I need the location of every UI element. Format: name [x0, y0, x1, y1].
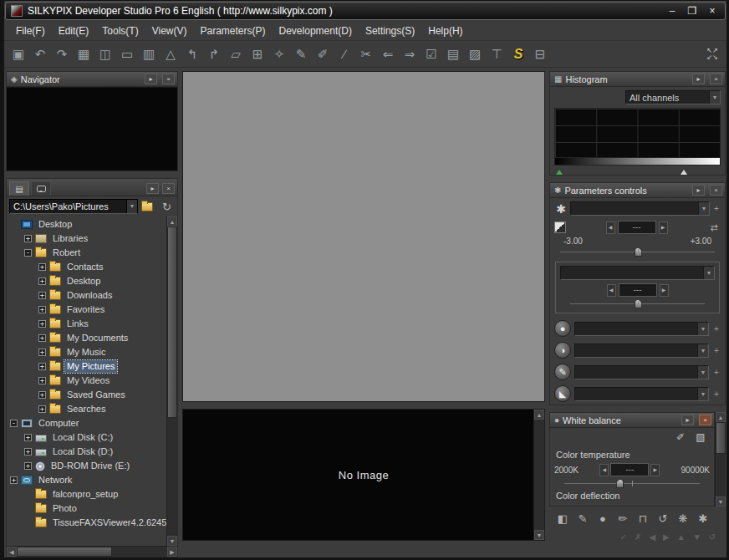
tree-item-desktop[interactable]: Desktop [7, 217, 166, 232]
tree-item-local-disk-d-[interactable]: +Local Disk (D:) [7, 445, 166, 459]
expand-icon[interactable]: + [24, 462, 32, 470]
tree-item-computer[interactable]: -Computer [7, 416, 166, 430]
redo-icon[interactable]: ↷ [51, 44, 73, 64]
expand-icon[interactable]: + [38, 405, 46, 413]
title-bar[interactable]: SILKYPIX Developer Studio Pro 6 English … [5, 2, 726, 20]
scroll-up-icon[interactable]: ▲ [716, 412, 726, 422]
undo-icon[interactable]: ↶ [29, 44, 51, 64]
expand-icon[interactable]: + [38, 292, 46, 299]
expand-icon[interactable]: + [24, 235, 32, 242]
tree-item-my-music[interactable]: +My Music [7, 345, 166, 359]
brush-tool-icon[interactable]: ∕ [334, 44, 355, 64]
white-balance-adjust-add-icon[interactable]: + [712, 324, 721, 333]
taste-dropdown[interactable]: ▼ [570, 201, 710, 216]
exposure-tool-icon[interactable]: ✎ [290, 44, 312, 64]
group-increase-icon[interactable]: ▶ [660, 284, 669, 297]
tree-item-libraries[interactable]: +Libraries [7, 232, 166, 246]
expand-icon[interactable]: + [38, 277, 46, 285]
menu-item-settings[interactable]: Settings(S) [359, 23, 421, 39]
spotting-icon[interactable]: ✏ [614, 512, 631, 527]
previous-image-icon[interactable]: ⇐ [377, 44, 399, 64]
tree-hscrollbar[interactable]: ◀ ▶ [7, 546, 177, 557]
sharpness-adjust-icon[interactable]: ✎ [554, 364, 571, 380]
develop-dialog-icon[interactable]: ⊟ [529, 44, 551, 64]
comment-tab[interactable] [31, 181, 51, 196]
menu-item-file[interactable]: File(F) [9, 23, 52, 39]
contrast-adjust-preset-dropdown[interactable]: ▼ [574, 344, 709, 358]
scroll-track[interactable] [112, 547, 167, 557]
group-slider[interactable] [570, 298, 705, 309]
thumbnail-mode-icon[interactable]: ▦ [73, 44, 94, 64]
expand-icon[interactable]: + [24, 434, 32, 441]
taste-gear-icon[interactable]: ✱ [554, 202, 568, 216]
path-input[interactable]: C:\Users\Pako\Pictures ▼ [9, 199, 138, 214]
gray-balance-dropper-icon[interactable]: ✐ [673, 431, 688, 445]
menu-item-view[interactable]: View(V) [145, 23, 194, 39]
temp-decrease-icon[interactable]: ◀ [599, 464, 609, 476]
expand-icon[interactable]: + [10, 476, 18, 484]
tree-vscrollbar[interactable]: ▲ ▼ [166, 216, 177, 546]
group-value[interactable]: --- [619, 283, 657, 297]
navigator-preview[interactable] [7, 87, 177, 171]
tree-item-downloads[interactable]: +Downloads [7, 288, 166, 303]
channel-select[interactable]: All channels ▼ [625, 90, 721, 104]
group-decrease-icon[interactable]: ◀ [607, 284, 616, 297]
paste-parameters-icon[interactable]: ▨ [464, 44, 486, 64]
histogram-collapse-icon[interactable]: ▸ [692, 74, 705, 84]
select-check-icon[interactable]: ☑ [421, 44, 442, 64]
navigator-close-icon[interactable]: × [162, 74, 175, 84]
scroll-down-icon[interactable]: ▼ [534, 530, 544, 540]
rotate-left-icon[interactable]: ↰ [181, 44, 203, 64]
rotate-right-icon[interactable]: ↱ [203, 44, 225, 64]
folder-tab[interactable]: ▤ [9, 181, 29, 196]
lens-effect-icon[interactable]: ● [594, 512, 611, 527]
histogram-close-icon[interactable]: × [710, 74, 722, 84]
tree-item-my-videos[interactable]: +My Videos [7, 374, 166, 388]
copy-parameters-icon[interactable]: ▤ [442, 44, 464, 64]
browser-collapse-icon[interactable]: ▸ [146, 183, 159, 194]
scroll-down-icon[interactable]: ▼ [167, 536, 177, 546]
rotation-shift-tool-icon[interactable]: ✂ [355, 44, 377, 64]
menu-item-development[interactable]: Development(D) [273, 23, 359, 39]
tone-curve-icon[interactable]: ◧ [554, 512, 571, 527]
black-point-marker[interactable] [556, 166, 563, 175]
compare-mode-icon[interactable]: ▥ [138, 44, 160, 64]
tree-item-searches[interactable]: +Searches [7, 402, 166, 416]
slider-thumb[interactable] [616, 479, 624, 488]
exposure-value[interactable]: --- [618, 221, 656, 234]
path-dropdown-icon[interactable]: ▼ [126, 200, 137, 213]
crop-tool-icon[interactable]: ▱ [225, 44, 247, 64]
scroll-track[interactable] [534, 420, 544, 530]
minimize-button[interactable]: – [665, 3, 680, 18]
menu-item-tools[interactable]: Tools(T) [95, 23, 145, 39]
scroll-thumb[interactable] [17, 547, 112, 557]
preview-mode-icon[interactable]: ▭ [116, 44, 138, 64]
wb-preset-dropdown[interactable]: ▼ [560, 266, 715, 280]
collapse-icon[interactable]: - [24, 249, 32, 257]
expand-icon[interactable]: + [38, 263, 46, 271]
tree-item-my-documents[interactable]: +My Documents [7, 331, 166, 345]
tree-item-links[interactable]: +Links [7, 317, 166, 331]
scroll-up-icon[interactable]: ▲ [167, 216, 177, 227]
rotation-icon[interactable]: ↺ [655, 512, 671, 527]
scroll-down-icon[interactable]: ▼ [716, 496, 726, 507]
expand-icon[interactable]: + [38, 363, 46, 370]
tree-item-network[interactable]: +Network [7, 473, 166, 487]
expand-icon[interactable]: + [38, 334, 46, 342]
white-balance-adjust-preset-dropdown[interactable]: ▼ [574, 322, 709, 336]
silkypix-logo-icon[interactable]: S [507, 44, 529, 64]
temp-increase-icon[interactable]: ▶ [650, 464, 660, 476]
menu-item-parameters[interactable]: Parameters(P) [194, 23, 273, 39]
parameters-close-icon[interactable]: × [710, 185, 722, 196]
fine-exposure-icon[interactable]: ⇄ [707, 222, 721, 233]
tree-item-photo[interactable]: Photo [7, 501, 166, 516]
close-button[interactable]: × [705, 3, 720, 18]
wb-scrollbar[interactable]: ▲ ▼ [715, 412, 726, 507]
open-folder-button[interactable] [140, 199, 156, 214]
slider-thumb[interactable] [635, 299, 642, 308]
expand-icon[interactable]: + [38, 349, 46, 356]
expand-icon[interactable]: + [38, 320, 46, 328]
white-balance-collapse-icon[interactable]: ▸ [681, 415, 694, 425]
navigator-collapse-icon[interactable]: ▸ [145, 74, 157, 84]
white-balance-close-icon[interactable]: × [699, 415, 711, 425]
